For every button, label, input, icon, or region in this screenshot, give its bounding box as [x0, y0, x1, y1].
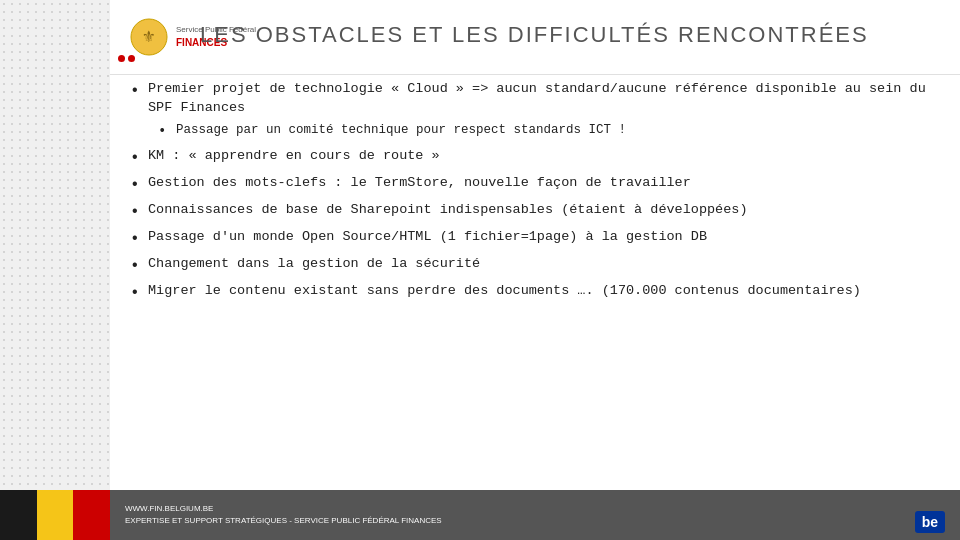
list-item: Connaissances de base de Sharepoint indi…	[130, 201, 940, 220]
bullet-text: Migrer le contenu existant sans perdre d…	[148, 283, 861, 298]
stripe-black	[0, 490, 37, 540]
left-panel	[0, 0, 110, 540]
bullet-text: Premier projet de technologie « Cloud » …	[148, 81, 926, 115]
red-dots-decoration	[118, 55, 135, 62]
list-item: Changement dans la gestion de la sécurit…	[130, 255, 940, 274]
footer-tagline: EXPERTISE ET SUPPORT STRATÉGIQUES - SERV…	[125, 515, 442, 527]
content-area: Premier projet de technologie « Cloud » …	[130, 80, 940, 485]
stripe-red	[73, 490, 110, 540]
footer-website: WWW.FIN.BELGIUM.BE	[125, 503, 442, 515]
bullet-text: Changement dans la gestion de la sécurit…	[148, 256, 480, 271]
slide-title: LES OBSTACLES ET LES DIFFICULTÉS RENCONT…	[200, 22, 940, 48]
footer-logo: be	[915, 514, 945, 532]
list-item: Migrer le contenu existant sans perdre d…	[130, 282, 940, 301]
dot-grid	[0, 0, 110, 540]
title-area: LES OBSTACLES ET LES DIFFICULTÉS RENCONT…	[200, 22, 940, 48]
be-logo: be	[915, 511, 945, 533]
main-bullet-list: Premier projet de technologie « Cloud » …	[130, 80, 940, 301]
footer-text: WWW.FIN.BELGIUM.BE EXPERTISE ET SUPPORT …	[125, 503, 442, 527]
bullet-text: Passage d'un monde Open Source/HTML (1 f…	[148, 229, 707, 244]
slide: ⚜ Service Public Fédéral FINANCES LES OB…	[0, 0, 960, 540]
flag-stripes	[0, 490, 110, 540]
sub-bullet-list: Passage par un comité technique pour res…	[158, 122, 940, 140]
list-item: Passage d'un monde Open Source/HTML (1 f…	[130, 228, 940, 247]
list-item: Premier projet de technologie « Cloud » …	[130, 80, 940, 139]
bullet-text: Connaissances de base de Sharepoint indi…	[148, 202, 748, 217]
sub-list-item: Passage par un comité technique pour res…	[158, 122, 940, 140]
list-item: KM : « apprendre en cours de route »	[130, 147, 940, 166]
footer: WWW.FIN.BELGIUM.BE EXPERTISE ET SUPPORT …	[110, 490, 960, 540]
red-dot-1	[118, 55, 125, 62]
bullet-text: KM : « apprendre en cours de route »	[148, 148, 440, 163]
stripe-yellow	[37, 490, 74, 540]
list-item: Gestion des mots-clefs : le TermStore, n…	[130, 174, 940, 193]
sub-bullet-text: Passage par un comité technique pour res…	[176, 123, 626, 137]
bullet-text: Gestion des mots-clefs : le TermStore, n…	[148, 175, 691, 190]
logo-emblem: ⚜	[130, 18, 168, 56]
red-dot-2	[128, 55, 135, 62]
svg-text:⚜: ⚜	[144, 27, 155, 47]
